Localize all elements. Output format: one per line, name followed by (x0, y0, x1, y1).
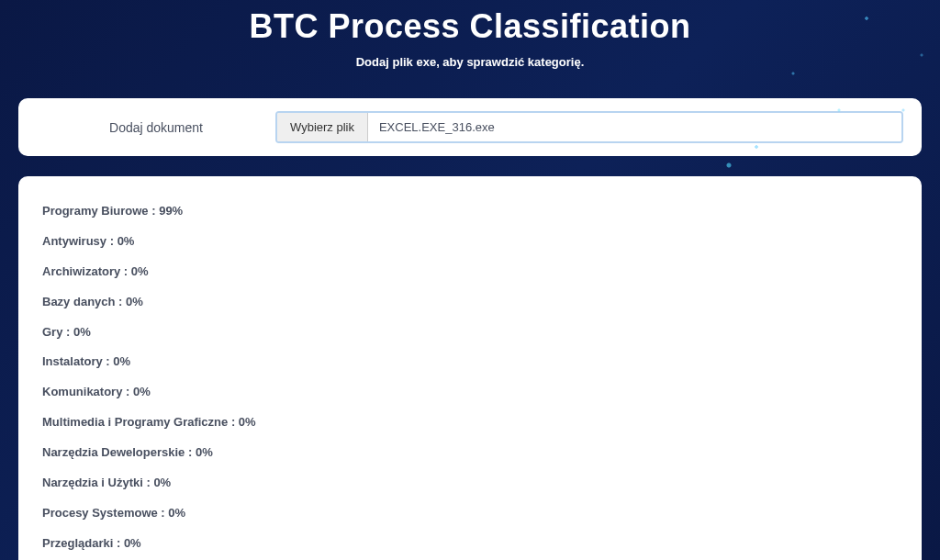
result-row: Programy Biurowe : 99% (42, 196, 898, 227)
file-input-group: Wybierz plik (275, 111, 903, 143)
result-category: Multimedia i Programy Graficzne (42, 415, 228, 429)
result-row: Procesy Systemowe : 0% (42, 498, 898, 529)
result-row: Przeglądarki : 0% (42, 529, 898, 559)
result-row: Gry : 0% (42, 318, 898, 348)
result-percent: 0% (126, 295, 143, 308)
result-category: Komunikatory (42, 385, 122, 398)
result-row: Archiwizatory : 0% (42, 257, 898, 287)
result-category: Narzędzia Deweloperskie (42, 445, 185, 459)
result-category: Instalatory (42, 354, 103, 368)
result-percent: 0% (124, 536, 141, 550)
result-percent: 0% (133, 385, 151, 398)
result-category: Programy Biurowe (42, 204, 149, 218)
result-row: Instalatory : 0% (42, 347, 898, 377)
result-row: Multimedia i Programy Graficzne : 0% (42, 408, 898, 438)
result-category: Procesy Systemowe (42, 506, 158, 520)
result-row: Narzędzia i Użytki : 0% (42, 468, 898, 498)
result-category: Archiwizatory (42, 264, 120, 278)
file-name-input[interactable] (368, 113, 901, 141)
page-subtitle: Dodaj plik exe, aby sprawdzić kategorię. (0, 55, 940, 69)
page-title: BTC Process Classification (0, 7, 940, 46)
result-row: Komunikatory : 0% (42, 377, 898, 408)
result-percent: 0% (196, 445, 213, 459)
result-row: Antywirusy : 0% (42, 227, 898, 257)
upload-label: Dodaj dokument (37, 120, 275, 135)
choose-file-button[interactable]: Wybierz plik (277, 113, 368, 141)
result-category: Antywirusy (42, 234, 106, 248)
result-category: Bazy danych (42, 295, 115, 308)
result-row: Narzędzia Deweloperskie : 0% (42, 438, 898, 468)
result-category: Gry (42, 325, 62, 339)
upload-panel: Dodaj dokument Wybierz plik (18, 98, 922, 156)
result-percent: 0% (118, 234, 135, 248)
result-category: Narzędzia i Użytki (42, 476, 143, 489)
result-percent: 0% (168, 506, 185, 520)
results-panel: Programy Biurowe : 99% Antywirusy : 0% A… (18, 176, 922, 560)
result-percent: 0% (239, 415, 256, 429)
result-category: Przeglądarki (42, 536, 113, 550)
result-percent: 0% (113, 354, 130, 368)
result-percent: 0% (153, 476, 171, 489)
result-percent: 0% (73, 325, 91, 339)
page-header: BTC Process Classification Dodaj plik ex… (0, 0, 940, 87)
result-percent: 99% (159, 204, 183, 218)
result-percent: 0% (131, 264, 149, 278)
result-row: Bazy danych : 0% (42, 287, 898, 318)
